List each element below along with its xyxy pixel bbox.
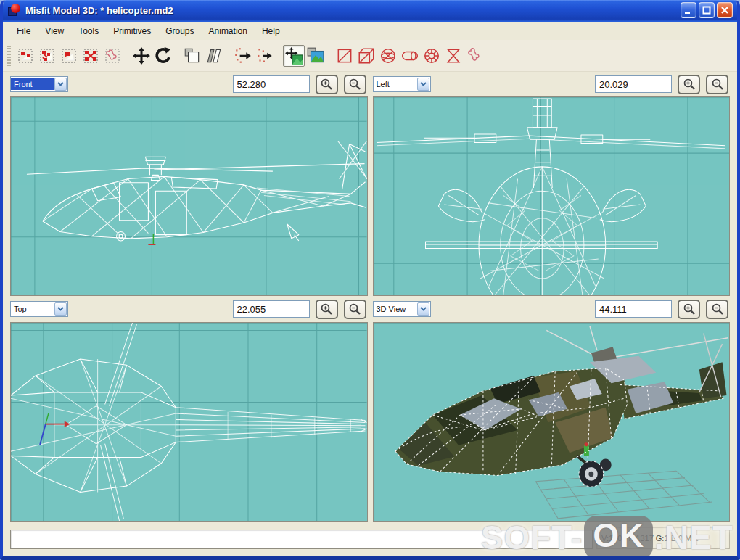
zoom-out-icon (348, 302, 361, 316)
rotate-icon (154, 46, 173, 65)
move-texture-icon (284, 46, 303, 65)
zoom-level-input-left[interactable] (595, 75, 672, 93)
helicopter-3d-model (395, 326, 728, 487)
viewport-front-header: Front (10, 72, 368, 96)
zoom-out-button-3d[interactable] (706, 300, 728, 319)
viewport-canvas-front[interactable] (10, 96, 368, 296)
zoom-out-button-front[interactable] (344, 75, 366, 94)
zoom-out-icon (711, 78, 724, 91)
view-select-3d[interactable]: 3D View (373, 301, 431, 317)
zoom-in-icon (683, 302, 696, 316)
texture-material-tool[interactable] (305, 45, 326, 67)
window-title: Misfit Model 3D: * helicopter.md2 (25, 5, 681, 16)
toolbar-gripper[interactable] (7, 46, 11, 66)
select-groups-tool[interactable] (80, 45, 102, 67)
view-select-top[interactable]: Top (10, 301, 68, 317)
zoom-in-button-3d[interactable] (678, 300, 700, 319)
viewport-canvas-3d[interactable] (373, 322, 731, 522)
viewport-canvas-top[interactable] (10, 322, 368, 522)
snap-weld-tool[interactable] (254, 45, 276, 67)
view-select-3d-label: 3D View (374, 303, 416, 315)
menu-file[interactable]: File (10, 24, 37, 38)
rectangle-primitive-icon (335, 46, 354, 65)
menu-view[interactable]: View (38, 24, 70, 38)
bone-joint-primitive-tool[interactable] (464, 45, 486, 67)
menubar: File View Tools Primitives Groups Animat… (3, 22, 737, 40)
rectangle-primitive-tool[interactable] (334, 45, 355, 67)
menu-primitives[interactable]: Primitives (107, 24, 157, 38)
move-texture-tool[interactable] (283, 45, 305, 67)
zoom-out-icon (711, 302, 724, 316)
zoom-out-button-top[interactable] (344, 300, 366, 319)
menu-animation[interactable]: Animation (202, 24, 254, 38)
ellipsoid-primitive-tool[interactable] (443, 45, 464, 67)
select-bone-joints-icon (104, 47, 121, 65)
viewport-3d-header: 3D View (373, 296, 731, 322)
cylinder-primitive-icon (400, 46, 419, 65)
chevron-down-icon[interactable] (417, 78, 429, 91)
torus-primitive-tool[interactable] (421, 45, 443, 67)
zoom-in-icon (320, 302, 333, 316)
chevron-down-icon[interactable] (54, 78, 67, 91)
select-vertices-tool[interactable] (15, 45, 36, 67)
zoom-out-button-left[interactable] (706, 75, 728, 94)
sphere-primitive-tool[interactable] (377, 45, 399, 67)
app-window: Misfit Model 3D: * helicopter.md2 File V… (0, 0, 740, 560)
viewport-top-header: Top (10, 296, 368, 322)
viewport-left-header: Left (373, 72, 731, 96)
select-connected-icon (60, 47, 78, 65)
zoom-in-button-left[interactable] (678, 75, 700, 94)
titlebar[interactable]: Misfit Model 3D: * helicopter.md2 (3, 0, 737, 22)
toolbar (3, 40, 737, 72)
chevron-down-icon[interactable] (54, 302, 67, 316)
select-groups-icon (82, 47, 99, 65)
zoom-level-input-top[interactable] (233, 300, 310, 318)
cube-primitive-icon (357, 46, 376, 65)
statusbar: V:1706 F:1317 G:1 B:0 M:1 (3, 523, 737, 556)
texture-material-icon (306, 46, 325, 65)
select-connected-tool[interactable] (58, 45, 80, 67)
menu-tools[interactable]: Tools (72, 24, 105, 38)
view-select-front[interactable]: Front (10, 76, 68, 92)
zoom-level-input-front[interactable] (233, 75, 310, 93)
snap-together-tool[interactable] (232, 45, 254, 67)
app-icon (7, 3, 22, 17)
select-bone-joints-tool[interactable] (102, 45, 123, 67)
select-faces-icon (38, 47, 56, 65)
snap-together-icon (234, 46, 252, 65)
zoom-in-button-front[interactable] (316, 75, 338, 94)
minimize-button[interactable] (681, 2, 696, 18)
zoom-out-icon (348, 78, 361, 91)
view-select-front-label: Front (11, 78, 54, 90)
sphere-primitive-icon (379, 46, 398, 65)
snap-weld-icon (255, 46, 274, 65)
zoom-in-icon (320, 78, 333, 91)
menu-help[interactable]: Help (255, 24, 287, 38)
zoom-level-input-3d[interactable] (595, 300, 672, 318)
menu-groups[interactable]: Groups (159, 24, 200, 38)
ellipsoid-primitive-icon (444, 46, 463, 65)
maximize-button[interactable] (699, 2, 715, 18)
make-face-tool[interactable] (181, 45, 203, 67)
close-button[interactable] (717, 2, 733, 18)
cylinder-primitive-tool[interactable] (399, 45, 421, 67)
viewport-canvas-left[interactable] (373, 96, 731, 296)
model-stats: V:1706 F:1317 G:1 B:0 M:1 (596, 527, 730, 549)
status-message (10, 530, 593, 549)
rotate-tool[interactable] (152, 45, 174, 67)
ground-grid (535, 471, 712, 519)
view-select-left[interactable]: Left (373, 76, 431, 92)
view-select-left-label: Left (374, 78, 416, 90)
move-tool[interactable] (131, 45, 152, 67)
close-icon (720, 6, 729, 15)
viewport-grid: Front Left (3, 72, 737, 523)
minimize-icon (684, 6, 693, 15)
chevron-down-icon[interactable] (417, 302, 429, 316)
move-icon (132, 46, 151, 65)
zoom-in-button-top[interactable] (316, 300, 338, 319)
view-select-top-label: Top (11, 303, 54, 315)
cube-primitive-tool[interactable] (355, 45, 377, 67)
maximize-icon (702, 6, 711, 15)
extrude-tool[interactable] (203, 45, 225, 67)
select-faces-tool[interactable] (36, 45, 58, 67)
